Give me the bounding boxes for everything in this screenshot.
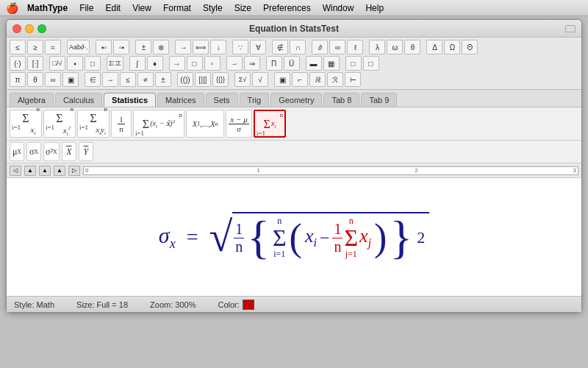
tb-forall[interactable]: ∀ (250, 40, 266, 54)
tb-brack[interactable]: [·] (27, 56, 43, 71)
tb-turnstile[interactable]: ⊢ (345, 72, 361, 87)
menu-help[interactable]: Help (365, 3, 384, 13)
ruler-btn-4[interactable]: ▲ (54, 166, 65, 176)
tab-sets[interactable]: Sets (206, 93, 238, 107)
tb-neq[interactable]: ≠ (137, 72, 154, 87)
tb-because[interactable]: ∵ (232, 40, 248, 54)
ruler-btn-2[interactable]: ▲ (24, 166, 36, 176)
sym-sigma-x2[interactable]: σ²X (43, 142, 60, 161)
tb-pi[interactable]: π (10, 72, 26, 87)
tab-calculus[interactable]: Calculus (55, 93, 102, 107)
tb-arrow-r[interactable]: → (175, 40, 191, 54)
tb-brace2[interactable]: {{}} (212, 72, 229, 87)
ruler-btn-3[interactable]: ▲ (39, 166, 51, 176)
ruler-btn-5[interactable]: ▷ (68, 166, 80, 176)
tb-leq2[interactable]: ≤ (120, 72, 136, 87)
tb-Omega[interactable]: Ω (444, 40, 460, 54)
tb-sq4[interactable]: □ (363, 56, 379, 71)
tb-integral[interactable]: ∫ (129, 56, 146, 71)
sym-sum-xiyi[interactable]: n Σ i=1 xiyi (77, 110, 110, 138)
sym-sum-dev2[interactable]: n Σ (xi − x̄)2 i=1 (133, 110, 184, 138)
close-button[interactable] (12, 24, 21, 33)
tb-Pi[interactable]: Π (266, 56, 282, 71)
tb-matrix2[interactable]: ▫▪ (113, 40, 129, 54)
menu-format[interactable]: Format (163, 3, 191, 13)
tb-theta2[interactable]: Θ (462, 40, 478, 54)
tb-sq6[interactable]: ▣ (274, 72, 290, 87)
tab-geometry[interactable]: Geometry (270, 93, 322, 107)
tb-infty[interactable]: ∞ (45, 72, 61, 87)
tb-omega[interactable]: ω (387, 40, 403, 54)
tb-box1[interactable]: ▪ (67, 56, 83, 71)
tb-U[interactable]: Ü (284, 56, 300, 71)
sym-xbar[interactable]: X (62, 142, 76, 161)
sym-sum-xi2[interactable]: n Σ i=1 xi2 (43, 110, 76, 138)
tb-inf[interactable]: ∞ (329, 40, 345, 54)
tb-sq5[interactable]: ▣ (62, 72, 79, 87)
tb-arrow-d[interactable]: ↓ (210, 40, 226, 54)
menu-view[interactable]: View (132, 3, 151, 13)
menu-size[interactable]: Size (234, 3, 251, 13)
tb-iff[interactable]: ⟺ (193, 40, 209, 54)
minimize-button[interactable] (25, 24, 34, 33)
tb-theta3[interactable]: θ (27, 72, 43, 87)
tb-font[interactable]: Aab∂·. (67, 40, 90, 54)
sym-zscore[interactable]: x − μ σ (226, 110, 252, 138)
tb-sigma-sqrt[interactable]: Σ√ (234, 72, 251, 87)
tb-box2[interactable]: □ (85, 56, 101, 71)
tb-theta[interactable]: θ (404, 40, 420, 54)
tb-pm[interactable]: ± (135, 40, 151, 54)
tb-delta[interactable]: Δ (426, 40, 442, 54)
tb-geq[interactable]: ≥ (27, 40, 43, 54)
tb-R2[interactable]: ℛ (327, 72, 343, 87)
tb-brack2[interactable]: [||] (195, 72, 211, 87)
sym-sigma-x[interactable]: σX (26, 142, 41, 161)
sym-sum-xi[interactable]: n Σ i=1 xi (10, 110, 42, 138)
tb-darr[interactable]: → (226, 56, 243, 71)
tb-lambda[interactable]: λ (369, 40, 385, 54)
tab-statistics[interactable]: Statistics (104, 93, 156, 107)
tb-otimes[interactable]: ⊗ (153, 40, 169, 54)
tab-trig[interactable]: Trig (240, 93, 270, 107)
menu-file[interactable]: File (79, 3, 93, 13)
sym-x1-xn[interactable]: X1,...,Xn (186, 110, 224, 138)
tb-approx[interactable]: ≈ (45, 40, 61, 54)
tb-R[interactable]: ℝ (309, 72, 326, 87)
tb-sqrt2[interactable]: √ (252, 72, 268, 87)
tb-rect[interactable]: ▬ (306, 56, 322, 71)
tb-ell[interactable]: ℓ (347, 40, 363, 54)
tab-9[interactable]: Tab 9 (361, 93, 397, 107)
maximize-button[interactable] (37, 24, 46, 33)
tb-leq[interactable]: ≤ (10, 40, 26, 54)
tb-notin[interactable]: ∉ (272, 40, 288, 54)
apple-menu[interactable]: 🍎 (6, 2, 18, 14)
sym-sum-xi-selected[interactable]: n Σ xi i=1 (254, 110, 286, 138)
tb-dagger[interactable]: ♦ (147, 56, 163, 71)
tb-sqbox[interactable]: □ (187, 56, 203, 71)
tab-algebra[interactable]: Algebra (10, 93, 54, 107)
tab-matrices[interactable]: Matrices (157, 93, 204, 107)
menu-style[interactable]: Style (203, 3, 223, 13)
collapse-button[interactable] (565, 25, 576, 32)
tb-sqrt-frac[interactable]: □/√ (49, 56, 65, 71)
tb-arr1[interactable]: → (169, 56, 185, 71)
equation-canvas[interactable]: σx = √ 1 n { n Σ i=1 (7, 178, 581, 296)
sym-1-over-n[interactable]: 1 n (111, 110, 132, 138)
tb-paren2[interactable]: (()) (177, 72, 193, 87)
ruler-btn-1[interactable]: ◁ (10, 166, 21, 176)
tb-sq3[interactable]: □ (345, 56, 362, 71)
tb-cap[interactable]: ∩ (290, 40, 306, 54)
tb-lceil[interactable]: ⌐ (292, 72, 308, 87)
menu-edit[interactable]: Edit (105, 3, 121, 13)
tab-8[interactable]: Tab 8 (323, 93, 359, 107)
tb-darr2[interactable]: ⇒ (244, 56, 260, 71)
tb-paren[interactable]: (·) (10, 56, 26, 71)
tb-partial[interactable]: ∂ (312, 40, 328, 54)
menu-preferences[interactable]: Preferences (263, 3, 311, 13)
tb-sum-sym[interactable]: Σ□Σ (107, 56, 123, 71)
tb-grid[interactable]: ▦ (323, 56, 340, 71)
sym-mu-x[interactable]: μX (10, 142, 24, 161)
menu-window[interactable]: Window (323, 3, 354, 13)
tb-pm2[interactable]: ± (155, 72, 171, 87)
color-swatch[interactable] (243, 300, 254, 310)
